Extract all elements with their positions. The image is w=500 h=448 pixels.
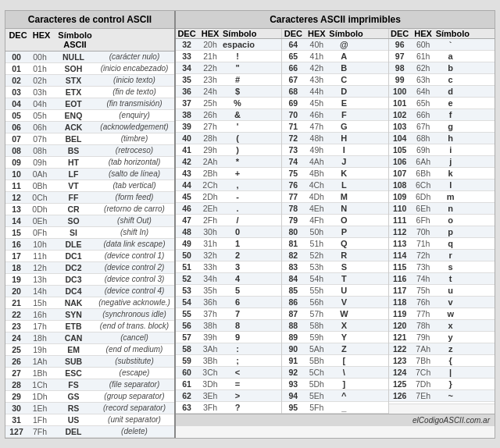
cell-dec: 127 bbox=[5, 427, 27, 436]
cell-sym: FS bbox=[52, 380, 95, 389]
r-cell-hex: 3Fh bbox=[198, 403, 223, 412]
right-table-row: 51 33h 3 bbox=[176, 261, 281, 273]
r-cell-sym: j bbox=[436, 157, 466, 166]
right-table-row: 108 6Ch l bbox=[389, 180, 495, 191]
left-table-row: 03 03h ETX (fin de texto) bbox=[5, 87, 174, 98]
r-cell-dec: 64 bbox=[282, 40, 304, 49]
r-cell-hex: 59h bbox=[304, 332, 329, 342]
cell-hex: 04h bbox=[27, 99, 52, 108]
right-table-row: 96 60h ` bbox=[389, 39, 495, 51]
cell-desc: (delete) bbox=[95, 427, 174, 436]
r-cell-dec: 96 bbox=[389, 40, 411, 49]
right-table-row: 119 77h w bbox=[389, 308, 495, 320]
cell-hex: 13h bbox=[27, 275, 52, 284]
r-cell-sym: - bbox=[223, 192, 252, 201]
r-cell-dec: 41 bbox=[176, 145, 198, 155]
r-cell-hex: 24h bbox=[198, 87, 223, 96]
r-cell-sym: 5 bbox=[223, 286, 252, 295]
r-cell-hex: 5Dh bbox=[304, 379, 329, 389]
cell-sym: NAK bbox=[52, 298, 95, 308]
r-cell-sym: i bbox=[436, 145, 466, 155]
r-cell-dec: 35 bbox=[176, 75, 198, 84]
right-table-row: 54 36h 6 bbox=[176, 297, 281, 308]
cell-desc: (device control 1) bbox=[95, 251, 174, 260]
right-table-row: 69 45h E bbox=[282, 98, 388, 109]
r-cell-sym: K bbox=[329, 169, 359, 178]
r-cell-hex: 32h bbox=[198, 251, 223, 260]
r-cell-hex: 28h bbox=[198, 133, 223, 143]
r-cell-sym: B bbox=[329, 63, 359, 73]
right-table-row: 42 2Ah * bbox=[176, 156, 281, 168]
right-table-row: 32 20h espacio bbox=[176, 39, 281, 51]
r-cell-hex: 6Ch bbox=[411, 180, 436, 190]
r-cell-hex: 7Bh bbox=[411, 356, 436, 365]
r-cell-dec: 69 bbox=[282, 98, 304, 108]
r-cell-hex: 46h bbox=[304, 110, 329, 119]
cell-dec: 01 bbox=[5, 64, 27, 73]
r-cell-sym: ~ bbox=[436, 391, 466, 400]
r-cell-sym: N bbox=[329, 204, 359, 213]
r-cell-sym: Y bbox=[329, 332, 359, 342]
r-cell-dec: 57 bbox=[176, 332, 198, 342]
cell-hex: 1Bh bbox=[27, 368, 52, 378]
right-table-row: 117 75h u bbox=[389, 285, 495, 297]
r-cell-hex: 63h bbox=[411, 75, 436, 84]
left-table-row: 14 0Eh SO (shift Out) bbox=[5, 215, 174, 227]
r-cell-hex: 44h bbox=[304, 87, 329, 96]
r-cell-dec: 65 bbox=[282, 52, 304, 61]
r-cell-hex: 4Dh bbox=[304, 192, 329, 201]
r-cell-sym: u bbox=[436, 286, 466, 295]
r-cell-hex: 74h bbox=[411, 274, 436, 283]
cell-sym: GS bbox=[52, 392, 95, 401]
r-cell-hex: 5Fh bbox=[304, 403, 329, 412]
right-table-row: 60 3Ch < bbox=[176, 367, 281, 379]
cell-dec: 23 bbox=[5, 322, 27, 331]
r-cell-sym: , bbox=[223, 180, 252, 190]
r-cell-sym: espacio bbox=[223, 40, 252, 49]
r-cell-dec: 66 bbox=[282, 63, 304, 73]
r-cell-sym: > bbox=[223, 391, 252, 400]
cell-hex: 0Ch bbox=[27, 193, 52, 202]
cell-sym: DC2 bbox=[52, 263, 95, 272]
r-cell-sym: G bbox=[329, 122, 359, 131]
left-table-row: 26 1Ah SUB (substitute) bbox=[5, 356, 174, 368]
left-table-row: 11 0Bh VT (tab vertical) bbox=[5, 180, 174, 192]
left-col-sym-header: Símbolo ASCII bbox=[54, 30, 96, 49]
cell-desc: (shift In) bbox=[95, 228, 174, 236]
r-cell-dec: 108 bbox=[389, 180, 411, 190]
r-cell-hex: 34h bbox=[198, 274, 223, 283]
right-table-row: 75 4Bh K bbox=[282, 168, 388, 180]
r-cell-sym: ^ bbox=[329, 391, 359, 400]
r-cell-hex: 6Ah bbox=[411, 157, 436, 166]
right-table-row: 56 38h 8 bbox=[176, 320, 281, 332]
left-table-row: 10 0Ah LF (salto de línea) bbox=[5, 169, 174, 180]
cell-dec: 19 bbox=[5, 275, 27, 284]
r-cell-sym: $ bbox=[223, 87, 252, 96]
left-table-row: 29 1Dh GS (group separator) bbox=[5, 391, 174, 403]
right-data-area: 32 20h espacio 33 21h ! 34 22h " 35 23h … bbox=[176, 39, 495, 414]
cell-hex: 11h bbox=[27, 251, 52, 261]
cell-hex: 0Eh bbox=[27, 216, 52, 226]
r-cell-dec: 42 bbox=[176, 157, 198, 166]
r-cell-hex: 31h bbox=[198, 239, 223, 248]
r-cell-hex: 51h bbox=[304, 239, 329, 248]
r-cell-sym: . bbox=[223, 204, 252, 213]
r-cell-hex: 33h bbox=[198, 262, 223, 272]
cell-sym: RS bbox=[52, 404, 95, 413]
right-table-row: 101 65h e bbox=[389, 98, 495, 109]
left-table-row: 13 0Dh CR (retorno de carro) bbox=[5, 204, 174, 215]
r-cell-sym: S bbox=[329, 262, 359, 272]
r-cell-dec: 48 bbox=[176, 227, 198, 236]
cell-dec: 28 bbox=[5, 380, 27, 389]
r-cell-dec: 115 bbox=[389, 262, 411, 272]
r-cell-hex: 4Ch bbox=[304, 180, 329, 190]
left-table-row: 31 1Fh US (unit separator) bbox=[5, 414, 174, 426]
right-table-row: 55 37h 7 bbox=[176, 308, 281, 320]
r-cell-dec: 99 bbox=[389, 75, 411, 84]
cell-sym: DLE bbox=[52, 240, 95, 249]
r-cell-sym: < bbox=[223, 368, 252, 377]
r-cell-sym: 9 bbox=[223, 332, 252, 342]
right-col-sym-header: Símbolo bbox=[436, 29, 466, 38]
cell-dec: 07 bbox=[5, 134, 27, 144]
r-cell-dec: 112 bbox=[389, 227, 411, 236]
